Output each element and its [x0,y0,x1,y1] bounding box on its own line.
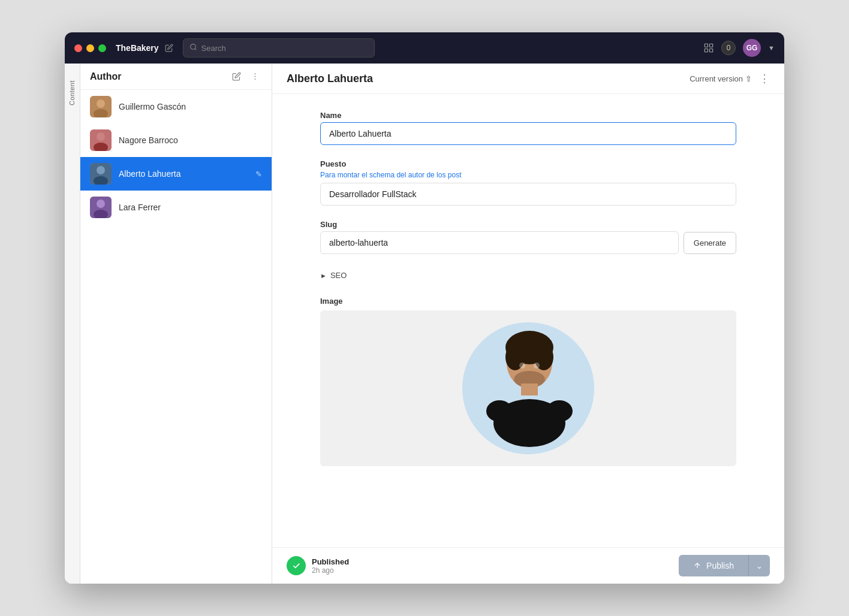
seo-section: ► SEO [320,268,736,282]
author-name: Guillermo Gascón [119,102,255,111]
svg-point-31 [486,400,513,422]
content-area: Alberto Lahuerta Current version ⇧ ⋮ Nam… [272,64,784,584]
app-name: TheBakery [116,43,159,53]
dropdown-arrow-icon[interactable]: ▼ [768,44,775,52]
user-avatar-btn[interactable]: GG [743,39,761,57]
author-photo [462,322,594,454]
close-button[interactable] [74,44,82,52]
slug-label: Slug [320,220,736,229]
minimize-button[interactable] [86,44,94,52]
content-footer: Published 2h ago Publish ⌄ [272,547,784,584]
svg-point-0 [190,44,195,50]
sidebar-more-btn[interactable] [248,71,262,82]
svg-rect-4 [705,49,708,52]
slug-row: Generate [320,231,736,254]
search-input[interactable] [201,44,368,53]
svg-point-13 [97,132,105,141]
edit-icon-btn[interactable] [165,44,173,52]
name-label: Name [320,111,736,120]
avatar [90,129,112,151]
svg-point-10 [97,99,105,108]
slug-field-group: Slug Generate [320,220,736,254]
titlebar-right: 0 GG ▼ [703,39,775,57]
sidebar-actions [230,71,262,82]
name-input[interactable] [320,122,736,145]
avatar [90,197,112,218]
sidebar-title: Author [90,71,230,82]
notification-badge: 0 [721,41,736,55]
search-icon [189,43,197,53]
svg-point-16 [97,166,105,174]
svg-point-6 [255,73,256,74]
chevron-up-icon: ⇧ [745,74,752,83]
traffic-lights [74,44,106,52]
content-header: Alberto Lahuerta Current version ⇧ ⋮ [272,64,784,94]
list-item[interactable]: Alberto Lahuerta ✎ [80,157,272,191]
content-header-actions: Current version ⇧ ⋮ [690,72,770,85]
published-time: 2h ago [312,566,349,575]
publish-button[interactable]: Publish [679,555,748,576]
svg-point-27 [534,363,540,369]
published-label: Published [312,557,349,566]
svg-point-26 [519,363,525,369]
sidebar-header: Author [80,64,272,90]
sidebar-edit-btn[interactable] [230,71,243,82]
triangle-right-icon: ► [320,272,327,279]
sidebar-tab-label[interactable]: Content [65,76,79,110]
svg-rect-29 [521,384,538,395]
list-item[interactable]: Lara Ferrer ✎ [80,191,272,224]
slug-input[interactable] [320,231,679,254]
image-label: Image [320,297,736,306]
published-icon [287,556,306,575]
svg-point-32 [546,400,573,422]
author-list: Guillermo Gascón ✎ Nagore Barroco ✎ [80,90,272,584]
author-name: Alberto Lahuerta [119,169,255,179]
sidebar-tab: Content [65,64,80,584]
svg-line-1 [195,49,196,50]
name-field-group: Name [320,111,736,145]
svg-rect-5 [710,49,713,52]
sidebar: Author [80,64,272,584]
seo-label: SEO [330,271,347,280]
publish-dropdown-btn[interactable]: ⌄ [748,555,770,576]
maximize-button[interactable] [98,44,106,52]
author-name: Lara Ferrer [119,203,255,212]
seo-toggle-btn[interactable]: ► SEO [320,268,347,282]
list-item[interactable]: Guillermo Gascón ✎ [80,90,272,123]
puesto-input[interactable] [320,183,736,206]
avatar [90,96,112,117]
page-title: Alberto Lahuerta [287,73,690,85]
puesto-sublabel: Para montar el schema del autor de los p… [320,171,736,179]
more-options-btn[interactable]: ⋮ [759,72,770,85]
search-bar [183,38,375,58]
svg-point-19 [97,200,105,208]
version-btn[interactable]: Current version ⇧ [690,74,752,83]
avatar [90,163,112,185]
author-edit-icon[interactable]: ✎ [255,170,262,179]
image-section: Image [320,297,736,466]
puesto-label: Puesto [320,159,736,168]
main-layout: Content Author [65,64,784,584]
svg-rect-2 [705,44,708,47]
author-name: Nagore Barroco [119,135,255,145]
apps-icon-btn[interactable] [703,43,714,53]
puesto-field-group: Puesto Para montar el schema del autor d… [320,159,736,206]
svg-rect-3 [710,44,713,47]
list-item[interactable]: Nagore Barroco ✎ [80,123,272,157]
footer-right: Publish ⌄ [679,555,770,576]
svg-point-8 [255,78,256,80]
published-status: Published 2h ago [287,556,349,575]
svg-point-7 [255,76,256,77]
content-body: Name Puesto Para montar el schema del au… [272,94,784,547]
titlebar: TheBakery 0 GG ▼ [65,32,784,64]
image-container[interactable] [320,310,736,466]
generate-button[interactable]: Generate [684,232,736,254]
